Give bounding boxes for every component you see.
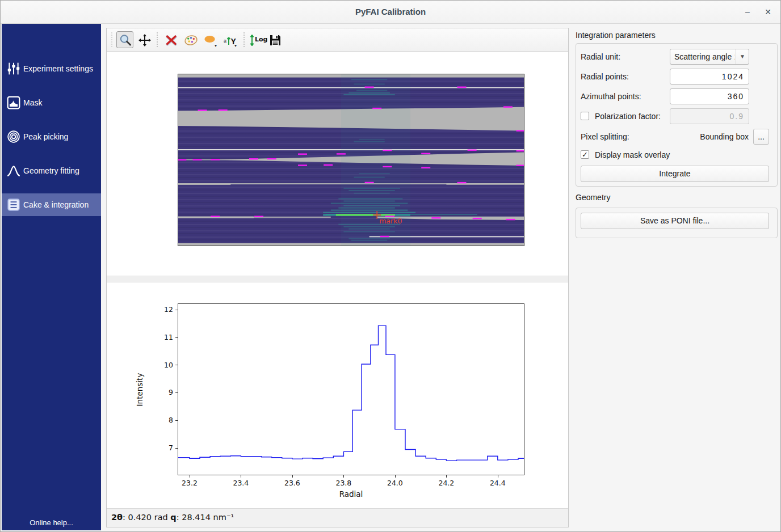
two-theta-value: : 0.420 rad	[123, 513, 170, 522]
floppy-disk-icon	[268, 33, 282, 47]
chevron-down-icon: ▼	[736, 49, 749, 64]
sidebar: Online help... Experiment settingsMaskPe…	[2, 24, 101, 530]
intensity-line	[178, 304, 524, 475]
sidebar-item-mask[interactable]: Mask	[2, 91, 101, 114]
display-mask-overlay-checkbox[interactable]: ✓	[581, 150, 589, 159]
azimuthal-points-input[interactable]	[670, 88, 749, 104]
save-poni-button[interactable]: Save as PONI file...	[581, 213, 769, 229]
zoom-button[interactable]	[116, 31, 133, 48]
sidebar-item-label: Cake & integration	[23, 193, 89, 216]
y-tick-mark	[175, 365, 178, 365]
title-bar: PyFAI Calibration – ✕	[1, 1, 780, 24]
x-tick-label: 23.8	[329, 479, 358, 487]
online-help-link[interactable]: Online help...	[2, 518, 101, 527]
y-tick-mark	[175, 337, 178, 338]
x-tick-mark	[343, 475, 344, 478]
geometry-title: Geometry	[576, 192, 610, 203]
toolbar-grip	[111, 32, 114, 47]
x-tick-label: 23.4	[226, 479, 255, 487]
pixel-splitting-more-button[interactable]: ...	[753, 129, 769, 145]
integration-parameters-title: Integration parameters	[576, 29, 656, 41]
dropdown-arrow-icon: ▾	[234, 43, 237, 48]
cake-list-icon	[7, 198, 20, 212]
sidebar-item-label: Geometry fitting	[23, 159, 79, 182]
radial-unit-label: Radial unit:	[581, 49, 620, 65]
sidebar-item-experiment-settings[interactable]: Experiment settings	[2, 57, 101, 80]
cake-plot-canvas[interactable]: mark0 Azimuthal Radial 150100500−50−100−…	[178, 74, 524, 246]
pan-arrows-icon	[138, 33, 152, 47]
x-tick-mark	[395, 475, 396, 478]
pixel-splitting-value: Bounding box	[700, 129, 749, 145]
mask-tool-button[interactable]: ▾	[201, 31, 218, 48]
plot-toolbar: ▾ a Y ▾ Log	[107, 28, 568, 52]
radial-axis-label: Radial	[178, 489, 524, 499]
y-tick-mark	[175, 420, 178, 421]
radial-unit-value: Scattering angle 2	[674, 49, 734, 64]
save-button[interactable]	[266, 31, 283, 48]
toolbar-separator	[243, 32, 246, 47]
sidebar-item-label: Peak picking	[23, 125, 68, 148]
pan-button[interactable]	[136, 31, 153, 48]
dropdown-arrow-icon: ▾	[215, 43, 217, 48]
y-tick-label: 7	[145, 444, 173, 452]
x-tick-label: 24.2	[432, 479, 460, 487]
two-theta-label: 2θ	[111, 513, 123, 522]
sidebar-item-cake-integration[interactable]: Cake & integration	[2, 193, 101, 216]
colormap-button[interactable]	[182, 31, 199, 48]
minimize-button[interactable]: –	[740, 4, 755, 20]
clear-button[interactable]	[162, 31, 179, 48]
target-icon	[7, 130, 20, 143]
x-tick-mark	[498, 475, 498, 478]
y-axis-scale-button[interactable]: a Y ▾	[221, 31, 238, 48]
y-tick-label: 12	[145, 305, 173, 314]
close-button[interactable]: ✕	[760, 4, 776, 20]
integrate-button[interactable]: Integrate	[581, 166, 769, 182]
integration-panel: Integration parameters Radial unit: Scat…	[573, 24, 780, 530]
y-tick-label: 10	[145, 361, 173, 369]
q-label: q	[170, 513, 176, 522]
sidebar-item-geometry-fitting[interactable]: Geometry fitting	[2, 159, 101, 182]
x-tick-label: 24.0	[381, 479, 409, 487]
display-mask-overlay-label: Display mask overlay	[595, 147, 670, 163]
q-value: : 28.414 nm⁻¹	[177, 513, 234, 522]
radial-points-label: Radial points:	[581, 69, 629, 85]
intensity-plot-canvas[interactable]: Intensity Radial 12111098723.223.423.623…	[178, 303, 524, 475]
x-tick-mark	[190, 475, 190, 478]
x-tick-label: 24.4	[484, 479, 512, 487]
y-tick-mark	[175, 448, 178, 449]
polarization-input	[670, 108, 749, 124]
x-tick-mark	[446, 475, 447, 478]
radial-unit-select[interactable]: Scattering angle 2 ▼	[670, 49, 749, 65]
sliders-icon	[7, 62, 20, 75]
pixel-splitting-label: Pixel splitting:	[581, 129, 629, 145]
x-tick-label: 23.2	[175, 479, 204, 487]
azimuthal-points-label: Azimuthal points:	[581, 88, 641, 104]
peak-curve-icon	[7, 164, 20, 178]
y-tick-label: 11	[145, 333, 173, 341]
magnifier-icon	[119, 33, 132, 47]
sidebar-item-label: Experiment settings	[23, 57, 93, 80]
toolbar-separator	[157, 32, 159, 47]
log-scale-button[interactable]: Log	[247, 31, 264, 48]
polarization-checkbox[interactable]	[581, 112, 589, 120]
plot-panel: ▾ a Y ▾ Log	[106, 28, 569, 527]
y-tick-mark	[175, 310, 178, 310]
sidebar-item-peak-picking[interactable]: Peak picking	[2, 125, 101, 148]
y-tick-label: 9	[145, 388, 173, 396]
palette-icon	[184, 33, 198, 47]
intensity-axis-label: Intensity	[135, 373, 144, 406]
window-title: PyFAI Calibration	[1, 1, 780, 23]
y-tick-mark	[175, 392, 178, 393]
svg-text:a: a	[224, 38, 226, 44]
plot-splitter[interactable]	[107, 276, 568, 282]
heatmap-overlay: mark0	[178, 74, 524, 246]
polarization-label: Polarization factor:	[595, 108, 661, 124]
intensity-step-line	[178, 326, 524, 461]
pyfai-window: PyFAI Calibration – ✕ Online help... Exp…	[0, 0, 781, 532]
radial-points-input[interactable]	[670, 69, 749, 85]
sidebar-item-label: Mask	[23, 91, 42, 114]
mark0-label: mark0	[379, 217, 402, 225]
x-tick-mark	[241, 475, 241, 478]
mask-icon	[7, 96, 20, 109]
y-tick-label: 8	[145, 416, 173, 424]
